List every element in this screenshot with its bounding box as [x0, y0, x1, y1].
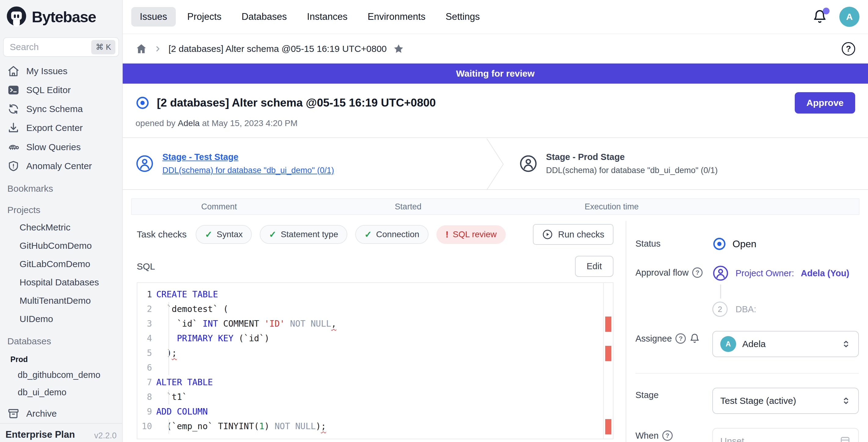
approval-help-icon[interactable] — [692, 267, 703, 278]
code-line: 2 `demotest` ( — [137, 302, 613, 317]
approval-step2-role: DBA: — [736, 304, 756, 314]
chevron-updown-icon — [841, 339, 851, 349]
code-text: ALTER TABLE — [156, 375, 213, 390]
edit-sql-button[interactable]: Edit — [575, 256, 614, 277]
sidebar-project-item[interactable]: UIDemo — [0, 310, 122, 328]
breadcrumb: [2 databases] Alter schema @05-15 16:19 … — [123, 34, 868, 63]
issue-meta: opened by Adela at May 15, 2023 4:20 PM — [123, 116, 868, 137]
stage-timeline: Stage - Test Stage DDL(schema) for datab… — [123, 137, 868, 190]
terminal-icon — [7, 84, 20, 96]
stage-test[interactable]: Stage - Test Stage DDL(schema) for datab… — [123, 138, 484, 189]
when-row: When UTC+0800 — [636, 428, 859, 442]
stage-select[interactable]: Test Stage (active) — [712, 388, 859, 414]
assignee-select[interactable]: A Adela — [712, 331, 859, 357]
error-mark — [605, 346, 611, 361]
check-pass-icon: ✓ — [364, 229, 372, 240]
tab-instances[interactable]: Instances — [299, 7, 356, 27]
check-label: Connection — [376, 229, 420, 239]
approval-step1-role: Project Owner: — [736, 268, 794, 278]
column-started: Started — [306, 202, 510, 212]
sidebar-project-item[interactable]: Hospital Databases — [0, 273, 122, 291]
approval-step1-user[interactable]: Adela (You) — [801, 268, 849, 278]
when-input[interactable] — [720, 436, 839, 442]
code-text: `id` INT COMMENT 'ID' NOT NULL, — [156, 317, 336, 331]
sidebar-item-archive[interactable]: Archive — [0, 404, 122, 423]
sidebar-item-sql-editor[interactable]: SQL Editor — [0, 81, 122, 99]
tab-databases[interactable]: Databases — [233, 7, 296, 27]
user-avatar[interactable]: A — [839, 7, 860, 27]
check-statement-type[interactable]: ✓ Statement type — [260, 225, 347, 244]
code-line: 10 (`emp_no` TINYINT(1) NOT NULL); — [137, 419, 613, 434]
sidebar-database-item[interactable]: db_githubcom_demo — [0, 366, 122, 384]
run-checks-button[interactable]: Run checks — [533, 224, 614, 245]
sidebar-item-slow-queries[interactable]: Slow Queries — [0, 138, 122, 157]
status-banner: Waiting for review — [123, 63, 868, 84]
approve-button[interactable]: Approve — [795, 92, 855, 114]
check-connection[interactable]: ✓ Connection — [355, 225, 429, 244]
sidebar-item-label: My Issues — [26, 66, 67, 76]
sidebar-project-item[interactable]: GitLabComDemo — [0, 255, 122, 273]
code-line: 5 ); — [137, 346, 613, 360]
breadcrumb-title: [2 databases] Alter schema @05-15 16:19 … — [168, 44, 387, 54]
sidebar-project-item[interactable]: CheckMetric — [0, 218, 122, 236]
plan-version: v2.2.0 — [94, 429, 117, 440]
task-checks-label: Task checks — [137, 229, 186, 240]
tab-projects[interactable]: Projects — [179, 7, 230, 27]
stage-prod[interactable]: Stage - Prod Stage DDL(schema) for datab… — [506, 138, 868, 189]
check-syntax[interactable]: ✓ Syntax — [196, 225, 252, 244]
check-label: Statement type — [281, 229, 338, 239]
breadcrumb-home-icon[interactable] — [135, 43, 147, 55]
sidebar-section-projects[interactable]: Projects — [0, 197, 122, 218]
sidebar-database-item[interactable]: db_ui_demo — [0, 384, 122, 401]
assignee-help-icon[interactable] — [675, 333, 686, 344]
assignee-row: Assignee A Adela — [636, 331, 859, 357]
stage-task-link[interactable]: DDL(schema) for database "db_ui_demo" (0… — [162, 166, 334, 175]
sidebar-item-label: Archive — [26, 408, 57, 419]
sidebar-item-sync-schema[interactable]: Sync Schema — [0, 99, 122, 119]
approval-step2-number: 2 — [712, 302, 727, 317]
status-open-icon — [712, 237, 726, 251]
assignee-bell-icon[interactable] — [689, 333, 700, 344]
approval-connector — [720, 284, 721, 298]
check-pass-icon: ✓ — [269, 229, 276, 240]
sql-editor[interactable]: 1CREATE TABLE2 `demotest` (3 `id` INT CO… — [137, 282, 614, 439]
search-shortcut: ⌘ K — [91, 40, 115, 54]
stage-separator — [484, 138, 506, 189]
sidebar-item-anomaly-center[interactable]: Anomaly Center — [0, 157, 122, 176]
panel-divider — [636, 373, 859, 374]
issue-side-panel: Status Open Approval flow Project Owner:… — [626, 221, 868, 442]
tab-settings[interactable]: Settings — [437, 7, 488, 27]
home-icon — [7, 65, 20, 77]
when-datetime-picker[interactable] — [712, 428, 859, 442]
brand-logo[interactable]: Bytebase — [0, 0, 122, 34]
calendar-icon — [839, 435, 851, 442]
breadcrumb-chevron-icon — [153, 44, 162, 54]
code-line: 4 PRIMARY KEY (`id`) — [137, 331, 613, 346]
search-box[interactable]: ⌘ K — [3, 37, 119, 57]
approval-flow-label: Approval flow — [636, 268, 688, 278]
tab-issues[interactable]: Issues — [131, 7, 176, 27]
indent-guide — [168, 419, 169, 434]
code-text: PRIMARY KEY (`id`) — [156, 331, 270, 346]
help-icon[interactable] — [842, 42, 855, 56]
sidebar-item-export-center[interactable]: Export Center — [0, 119, 122, 137]
brand-name: Bytebase — [32, 8, 96, 26]
sidebar-item-my-issues[interactable]: My Issues — [0, 62, 122, 81]
sidebar-section-bookmarks[interactable]: Bookmarks — [0, 176, 122, 197]
code-line: 3 `id` INT COMMENT 'ID' NOT NULL, — [137, 317, 613, 331]
check-sql-review[interactable]: ! SQL review — [436, 225, 506, 244]
error-mark — [605, 317, 611, 332]
stage-title[interactable]: Stage - Test Stage — [162, 152, 334, 162]
notification-dot — [823, 8, 830, 14]
tab-environments[interactable]: Environments — [359, 7, 434, 27]
sidebar-project-item[interactable]: MultiTenantDemo — [0, 291, 122, 310]
sidebar-section-databases[interactable]: Databases — [0, 328, 122, 349]
notifications-bell-icon[interactable] — [812, 9, 827, 24]
bookmark-star-icon[interactable] — [393, 43, 404, 55]
overview-ruler-border — [603, 283, 604, 439]
search-input[interactable] — [10, 42, 91, 52]
when-help-icon[interactable] — [662, 431, 673, 441]
stage-task[interactable]: DDL(schema) for database "db_ui_demo" (0… — [546, 166, 717, 175]
issue-author[interactable]: Adela — [178, 119, 200, 128]
sidebar-project-item[interactable]: GitHubComDemo — [0, 236, 122, 255]
